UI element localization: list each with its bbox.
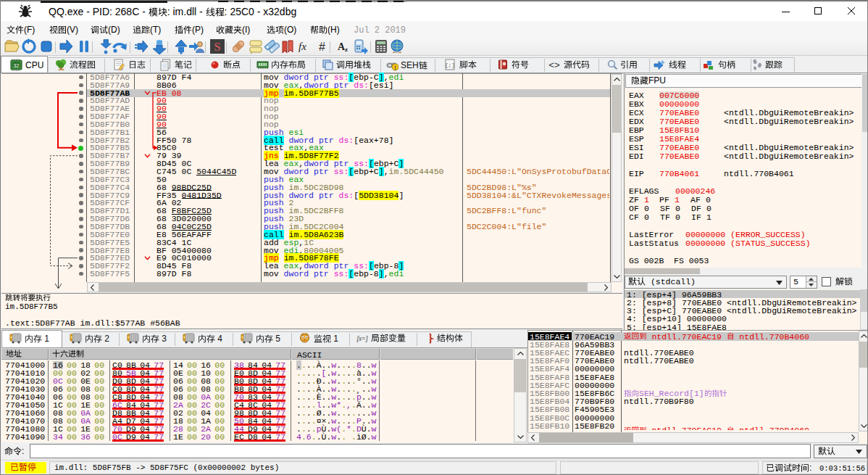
svg-text:z: z <box>345 46 348 53</box>
svg-text:<>: <> <box>548 60 560 71</box>
svg-text:#: # <box>319 41 325 53</box>
svg-text:S: S <box>214 41 221 53</box>
svg-text:{;}: {;} <box>445 62 455 68</box>
svg-text:!: ! <box>394 65 396 71</box>
svg-text:32: 32 <box>14 63 20 68</box>
svg-text:fx: fx <box>299 41 306 52</box>
svg-text:[x=]: [x=] <box>356 335 368 342</box>
